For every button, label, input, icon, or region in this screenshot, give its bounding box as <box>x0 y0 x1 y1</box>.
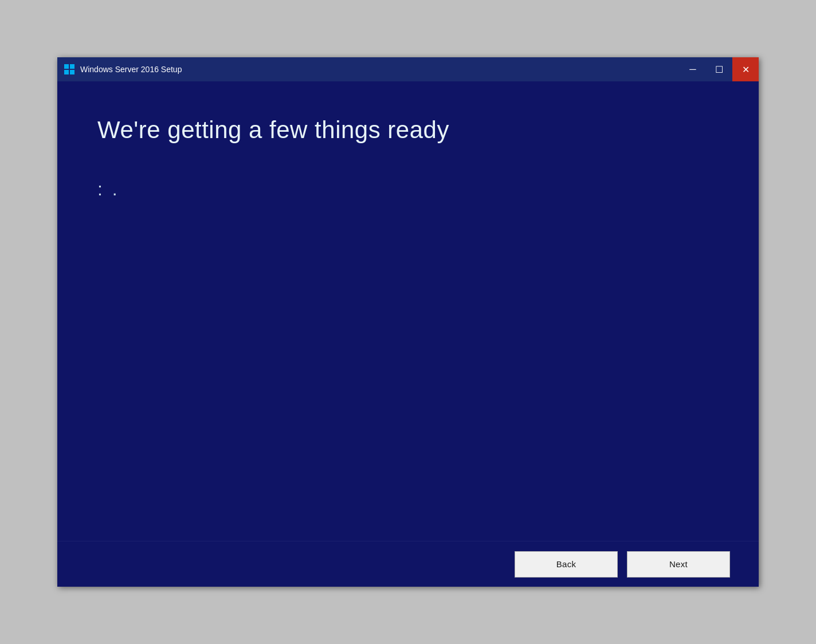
loading-indicator: : . <box>97 179 719 200</box>
minimize-button[interactable]: ─ <box>680 57 706 81</box>
window-title: Windows Server 2016 Setup <box>80 65 182 74</box>
main-content: We're getting a few things ready : . Bac… <box>57 81 759 587</box>
bottom-navigation: Back Next <box>57 541 759 587</box>
titlebar: Windows Server 2016 Setup ─ ☐ ✕ <box>57 57 759 81</box>
titlebar-left: Windows Server 2016 Setup <box>63 63 182 76</box>
setup-window: Windows Server 2016 Setup ─ ☐ ✕ We're ge… <box>57 57 759 587</box>
close-button[interactable]: ✕ <box>732 57 759 81</box>
svg-rect-2 <box>64 70 69 74</box>
maximize-button[interactable]: ☐ <box>706 57 732 81</box>
svg-rect-0 <box>64 64 69 69</box>
page-heading: We're getting a few things ready <box>97 116 719 144</box>
back-button[interactable]: Back <box>515 551 618 578</box>
app-icon <box>63 63 76 76</box>
setup-icon <box>64 64 75 75</box>
window-controls: ─ ☐ ✕ <box>680 57 759 81</box>
svg-rect-1 <box>70 64 74 69</box>
svg-rect-3 <box>70 70 74 74</box>
next-button[interactable]: Next <box>627 551 730 578</box>
